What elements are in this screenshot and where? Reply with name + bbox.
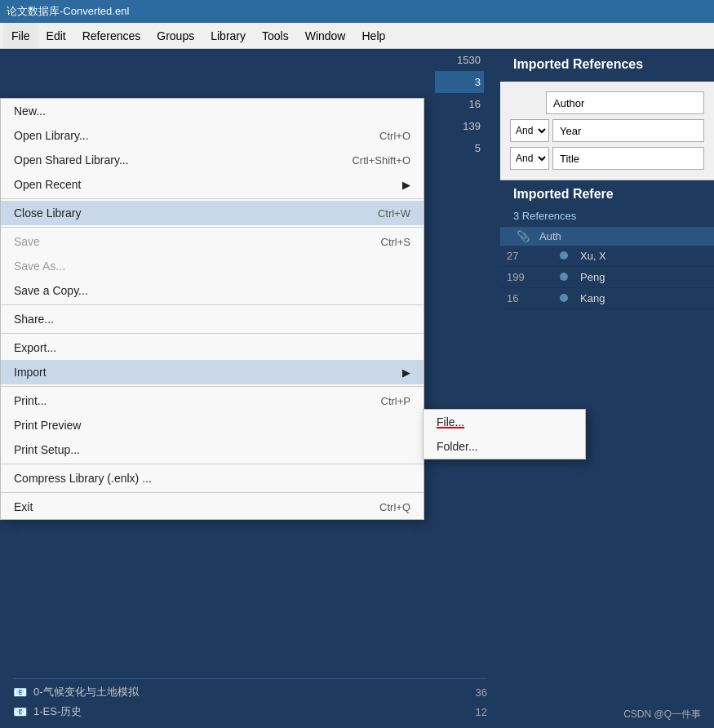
file-menu-dropdown: New... Open Library... Ctrl+O Open Share… xyxy=(0,98,424,520)
separator-2 xyxy=(1,227,424,228)
menu-save-copy-label: Save a Copy... xyxy=(14,284,88,297)
bottom-row-1[interactable]: 📧 1-ES-历史 12 xyxy=(13,702,487,721)
ref-dot-2 xyxy=(548,292,580,304)
imported-ref-label: Imported Refere xyxy=(500,180,714,208)
ref-auth-0: Xu, X xyxy=(580,250,707,262)
num-row-2: 16 xyxy=(435,93,484,115)
title-bar: 论文数据库-Converted.enl xyxy=(0,0,714,23)
menu-open-recent[interactable]: Open Recent ▶ xyxy=(1,172,424,197)
ref-count: 3 References xyxy=(500,208,714,227)
separator-7 xyxy=(1,492,424,493)
menu-library[interactable]: Library xyxy=(202,23,254,48)
menu-open-shared-library[interactable]: Open Shared Library... Crtl+Shift+O xyxy=(1,148,424,172)
menu-print-setup[interactable]: Print Setup... xyxy=(1,437,424,462)
bottom-num-1: 12 xyxy=(476,706,487,718)
menu-window[interactable]: Window xyxy=(297,23,354,48)
menu-close-library[interactable]: Close Library Ctrl+W xyxy=(1,201,424,225)
menu-share[interactable]: Share... xyxy=(1,307,424,331)
submenu-folder[interactable]: Folder... xyxy=(424,434,585,459)
right-panel: Imported References AndOrNot AndOrNot xyxy=(500,49,714,728)
search-input-year[interactable] xyxy=(552,119,704,142)
separator-6 xyxy=(1,464,424,464)
num-row-4: 5 xyxy=(435,137,484,159)
menu-open-library[interactable]: Open Library... Ctrl+O xyxy=(1,123,424,148)
connector-select-title[interactable]: AndOrNot xyxy=(510,147,549,170)
menu-save: Save Ctrl+S xyxy=(1,229,424,254)
ref-dot-1 xyxy=(548,271,580,283)
menu-print-setup-label: Print Setup... xyxy=(14,443,80,456)
menu-bar: File Edit References Groups Library Tool… xyxy=(0,23,714,49)
menu-new[interactable]: New... xyxy=(1,99,424,123)
menu-print-label: Print... xyxy=(14,394,47,407)
menu-help[interactable]: Help xyxy=(353,23,393,48)
ref-row-1[interactable]: 199 Peng xyxy=(500,267,714,288)
menu-references[interactable]: References xyxy=(74,23,149,48)
menu-groups[interactable]: Groups xyxy=(149,23,202,48)
menu-close-library-label: Close Library xyxy=(14,206,81,220)
menu-print-preview[interactable]: Print Preview xyxy=(1,413,424,437)
import-arrow-icon: ▶ xyxy=(402,366,410,379)
menu-edit[interactable]: Edit xyxy=(38,23,74,48)
num-row-1: 3 xyxy=(435,71,484,93)
ref-table: 📎 Auth 27 Xu, X 199 Peng 16 Kang xyxy=(500,227,714,728)
import-submenu: File... Folder... xyxy=(423,409,586,459)
ref-table-header: 📎 Auth xyxy=(500,227,714,246)
ref-num-1: 199 xyxy=(507,271,548,283)
library-icon-0: 📧 xyxy=(13,686,27,699)
menu-open-shared-library-label: Open Shared Library... xyxy=(14,153,129,166)
separator-1 xyxy=(1,198,424,199)
bottom-label-1: 1-ES-历史 xyxy=(33,704,82,719)
ref-dot-0 xyxy=(548,250,580,262)
col-auth-header: Auth xyxy=(539,230,707,242)
menu-open-library-shortcut: Ctrl+O xyxy=(379,130,410,142)
menu-import-label: Import xyxy=(14,366,47,379)
watermark: CSDN @Q一件事 xyxy=(623,708,701,721)
submenu-folder-label: Folder... xyxy=(437,440,478,453)
title-text: 论文数据库-Converted.enl xyxy=(7,4,129,19)
submenu-file-label: File... xyxy=(437,415,464,428)
library-icon-1: 📧 xyxy=(13,705,27,718)
bottom-row-0[interactable]: 📧 0-气候变化与土地模拟 36 xyxy=(13,682,487,702)
imported-references-header: Imported References xyxy=(500,49,714,82)
search-area: AndOrNot AndOrNot xyxy=(500,82,714,180)
ref-row-0[interactable]: 27 Xu, X xyxy=(500,246,714,267)
search-connector-title: AndOrNot xyxy=(510,147,549,170)
menu-save-as-label: Save As... xyxy=(14,260,65,273)
search-row-title: AndOrNot xyxy=(510,147,704,170)
menu-file[interactable]: File xyxy=(3,23,38,48)
ref-auth-1: Peng xyxy=(580,271,707,283)
search-input-author[interactable] xyxy=(546,91,704,114)
menu-exit-shortcut: Ctrl+Q xyxy=(379,501,410,513)
menu-import[interactable]: Import ▶ xyxy=(1,360,424,384)
num-row-0: 1530 xyxy=(435,49,484,71)
separator-4 xyxy=(1,333,424,334)
bottom-area: 📧 0-气候变化与土地模拟 36 📧 1-ES-历史 12 xyxy=(0,672,500,728)
menu-export[interactable]: Export... xyxy=(1,335,424,360)
ref-row-2[interactable]: 16 Kang xyxy=(500,288,714,309)
menu-open-library-label: Open Library... xyxy=(14,129,89,142)
menu-save-label: Save xyxy=(14,235,40,248)
menu-save-shortcut: Ctrl+S xyxy=(381,236,410,248)
connector-select-year[interactable]: AndOrNot xyxy=(510,119,549,142)
menu-save-copy[interactable]: Save a Copy... xyxy=(1,278,424,303)
ref-num-2: 16 xyxy=(507,292,548,304)
menu-exit[interactable]: Exit Ctrl+Q xyxy=(1,495,424,519)
submenu-file[interactable]: File... xyxy=(424,410,585,434)
search-input-title[interactable] xyxy=(552,147,704,170)
menu-tools[interactable]: Tools xyxy=(254,23,297,48)
menu-new-label: New... xyxy=(14,104,46,118)
menu-open-shared-library-shortcut: Crtl+Shift+O xyxy=(352,154,410,166)
ref-num-0: 27 xyxy=(507,250,548,262)
imported-references-title: Imported References xyxy=(513,57,643,71)
bottom-num-0: 36 xyxy=(476,686,487,699)
open-recent-arrow-icon: ▶ xyxy=(402,179,410,191)
menu-print-preview-label: Print Preview xyxy=(14,419,81,432)
search-row-author xyxy=(510,91,704,114)
col-attach-header: 📎 xyxy=(507,230,539,242)
separator-3 xyxy=(1,304,424,305)
menu-compress-library[interactable]: Compress Library (.enlx) ... xyxy=(1,466,424,491)
numbers-area: 1530 3 16 139 5 xyxy=(435,49,484,159)
main-content: 1530 3 16 139 5 📧 0-气候变化与土地模拟 36 📧 1-ES-… xyxy=(0,49,714,728)
search-row-year: AndOrNot xyxy=(510,119,704,142)
menu-print[interactable]: Print... Ctrl+P xyxy=(1,388,424,413)
